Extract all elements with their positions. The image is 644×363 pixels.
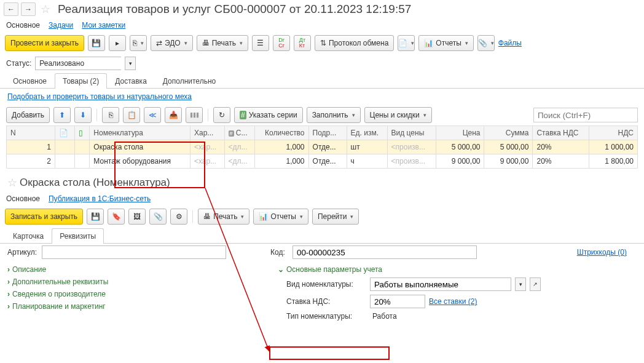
dtkt-button[interactable]: DrCr: [273, 35, 290, 51]
kind-input[interactable]: [370, 277, 511, 291]
detail-save-button[interactable]: 💾: [87, 209, 104, 225]
post-button[interactable]: ▸: [109, 35, 126, 51]
specify-series-button[interactable]: #Указать серии: [234, 107, 303, 123]
move-up-button[interactable]: ⬆: [53, 107, 71, 123]
section-manufacturer[interactable]: Сведения о производителе: [7, 288, 265, 300]
detail-attach-button[interactable]: 📎: [149, 209, 167, 225]
all-rates-link[interactable]: Все ставки (2): [429, 297, 477, 306]
structure-button[interactable]: ☰: [252, 35, 269, 51]
favorite-star-icon[interactable]: ☆: [41, 2, 50, 16]
protocol-button[interactable]: ⇅Протокол обмена: [315, 35, 394, 51]
detail-favorite-star-icon[interactable]: ☆: [7, 176, 17, 189]
detail-subnav-main[interactable]: Основное: [6, 194, 40, 203]
table-search-input[interactable]: [533, 108, 638, 122]
tab-delivery[interactable]: Доставка: [107, 73, 155, 89]
subnav-tasks[interactable]: Задачи: [49, 21, 73, 30]
save-and-close-button[interactable]: Записать и закрыть: [5, 209, 83, 225]
table-row[interactable]: 2Монтаж оборудования<хар...<дл...1,000От…: [7, 154, 638, 169]
section-accounting-params[interactable]: Основные параметры учета: [278, 263, 637, 276]
attach-button[interactable]: 📎▾: [477, 35, 495, 51]
col-price[interactable]: Цена: [436, 126, 484, 140]
vat-input[interactable]: [370, 295, 425, 308]
detail-tab-requisites[interactable]: Реквизиты: [52, 228, 104, 244]
barcode-icon: ⦀⦀⦀: [190, 111, 199, 119]
subnav-main[interactable]: Основное: [6, 21, 40, 30]
back-button[interactable]: ←: [4, 2, 18, 16]
col-sum[interactable]: Сумма: [484, 126, 533, 140]
article-label: Артикул:: [7, 248, 38, 257]
col-department[interactable]: Подр...: [308, 126, 347, 140]
drcr-icon: DrCr: [278, 38, 285, 49]
paste-row-button[interactable]: 📋: [123, 107, 140, 123]
barcode-button[interactable]: ⦀⦀⦀: [186, 107, 203, 123]
import-button[interactable]: 📥: [165, 107, 182, 123]
hash-icon: #: [240, 111, 246, 119]
col-unit[interactable]: Ед. изм.: [347, 126, 387, 140]
col-icon2[interactable]: ▯: [74, 126, 90, 140]
copy-button[interactable]: ⎘▾: [130, 35, 147, 51]
prices-discounts-button[interactable]: Цены и скидки▾: [364, 107, 432, 123]
detail-goto-button[interactable]: Перейти▾: [312, 209, 359, 225]
printer-icon: 🖶: [202, 39, 210, 47]
section-extra-requisites[interactable]: Дополнительные реквизиты: [7, 276, 265, 288]
tab-main[interactable]: Основное: [5, 73, 55, 89]
post-icon: ▸: [116, 39, 119, 47]
col-nomenclature[interactable]: Номенклатура: [90, 126, 190, 140]
reports-button[interactable]: 📊Отчеты▾: [418, 35, 473, 51]
dtkt2-button[interactable]: ДтКт: [294, 35, 311, 51]
edo-button[interactable]: ⇄ЭДО▾: [151, 35, 193, 51]
col-vat-rate[interactable]: Ставка НДС: [533, 126, 589, 140]
detail-reports-button[interactable]: 📊Отчеты▾: [253, 209, 308, 225]
fill-button[interactable]: Заполнить▾: [307, 107, 361, 123]
col-n[interactable]: N: [7, 126, 55, 140]
more-button[interactable]: 📄▾: [398, 35, 415, 51]
pick-fur-goods-link[interactable]: Подобрать и проверить товары из натураль…: [7, 92, 192, 101]
tab-goods[interactable]: Товары (2): [55, 73, 107, 89]
report-icon: 📊: [424, 39, 433, 47]
kind-open-button[interactable]: ↗: [530, 277, 541, 291]
code-input[interactable]: [293, 245, 477, 259]
detail-subnav-publication[interactable]: Публикация в 1С:Бизнес-сеть: [49, 194, 151, 203]
subnav-notes[interactable]: Мои заметки: [82, 21, 125, 30]
post-and-close-button[interactable]: Провести и закрыть: [5, 35, 84, 51]
detail-tag-button[interactable]: 🔖: [108, 209, 125, 225]
copy-icon: ⎘: [133, 39, 137, 47]
gear-icon: ⚙: [176, 212, 183, 221]
detail-print-button[interactable]: 🖶Печать▾: [198, 209, 249, 225]
copy-row-button[interactable]: ⎘: [102, 107, 119, 123]
save-button[interactable]: 💾: [88, 35, 105, 51]
col-icon1[interactable]: 📄: [55, 126, 74, 140]
share-button[interactable]: ≪: [144, 107, 161, 123]
add-row-button[interactable]: Добавить: [6, 107, 50, 123]
arrow-up-icon: ⬆: [59, 111, 65, 119]
dtkt-icon: ДтКт: [299, 38, 305, 49]
kind-dropdown-caret[interactable]: ▾: [515, 277, 526, 291]
barcodes-link[interactable]: Штрихкоды (0): [577, 248, 627, 257]
detail-image-button[interactable]: 🖼: [128, 209, 146, 225]
move-down-button[interactable]: ⬇: [74, 107, 92, 123]
exchange-icon: ⇅: [320, 39, 326, 47]
table-row[interactable]: 1Окраска стола<хар...<дл...1,000Отде...ш…: [7, 140, 638, 154]
files-link[interactable]: Файлы: [498, 39, 522, 47]
col-pricetype[interactable]: Вид цены: [387, 126, 436, 140]
status-select[interactable]: Реализовано: [35, 57, 121, 70]
col-quantity[interactable]: Количество: [255, 126, 308, 140]
detail-tab-card[interactable]: Карточка: [5, 228, 52, 244]
goods-table: N 📄 ▯ Номенклатура Хар... # С... Количес…: [6, 126, 638, 169]
detail-title: Окраска стола (Номенклатура): [20, 177, 170, 189]
window-icon: ▯: [79, 129, 83, 137]
col-vat[interactable]: НДС: [589, 126, 637, 140]
refresh-button[interactable]: ↻: [213, 107, 230, 123]
code-label: Код:: [270, 248, 289, 257]
col-characteristic[interactable]: Хар...: [190, 126, 224, 140]
status-select-caret[interactable]: ▾: [125, 57, 136, 70]
print-button[interactable]: 🖶Печать▾: [197, 35, 248, 51]
section-planning[interactable]: Планирование и маркетинг: [7, 300, 265, 313]
forward-button[interactable]: →: [21, 2, 36, 16]
section-description[interactable]: Описание: [7, 263, 265, 276]
col-series[interactable]: # С...: [224, 126, 255, 140]
article-input[interactable]: [42, 245, 226, 259]
arrow-down-icon: ⬇: [80, 111, 86, 119]
tab-additional[interactable]: Дополнительно: [155, 73, 224, 89]
detail-config-button[interactable]: ⚙: [170, 209, 187, 225]
